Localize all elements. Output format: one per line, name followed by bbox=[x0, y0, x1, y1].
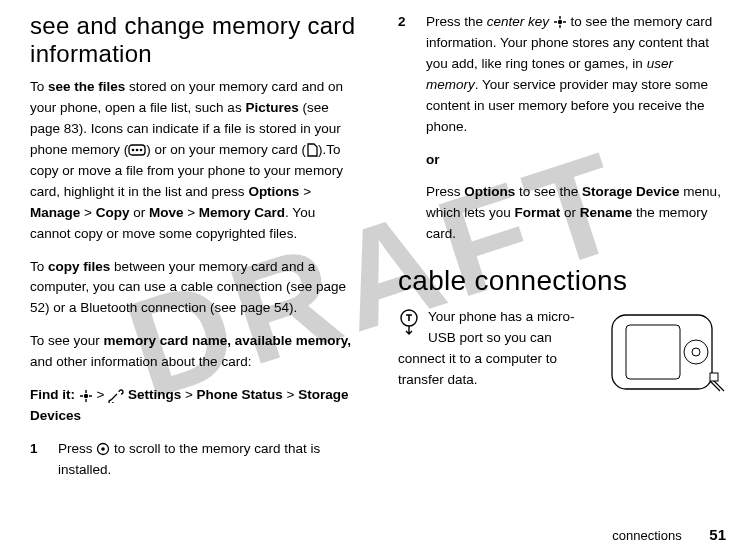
text: To bbox=[30, 79, 48, 94]
svg-point-2 bbox=[136, 149, 139, 152]
right-column: 2 Press the center key to see the memory… bbox=[398, 12, 726, 510]
svg-rect-12 bbox=[710, 373, 718, 381]
text: to see the bbox=[515, 184, 582, 199]
text: Press the bbox=[426, 14, 487, 29]
text: > bbox=[80, 205, 95, 220]
memory-card-icon bbox=[306, 143, 318, 157]
bold-or: or bbox=[426, 152, 440, 167]
left-column: see and change memory card information T… bbox=[30, 12, 358, 510]
text: ) or on your memory card ( bbox=[146, 142, 306, 157]
svg-point-3 bbox=[140, 149, 143, 152]
footer-section: connections bbox=[612, 528, 681, 543]
menu-move: Move bbox=[149, 205, 184, 220]
phone-illustration bbox=[606, 309, 726, 408]
text: and other information about the card: bbox=[30, 354, 251, 369]
menu-options: Options bbox=[248, 184, 299, 199]
menu-manage: Manage bbox=[30, 205, 80, 220]
bold-copy-files: copy files bbox=[48, 259, 110, 274]
svg-point-6 bbox=[101, 448, 105, 452]
text: > bbox=[283, 387, 298, 402]
menu-pictures: Pictures bbox=[245, 100, 298, 115]
text: > bbox=[299, 184, 311, 199]
tools-icon bbox=[108, 389, 124, 403]
step-2: 2 Press the center key to see the memory… bbox=[398, 12, 726, 257]
text: To see your bbox=[30, 333, 104, 348]
step-number: 1 bbox=[30, 439, 44, 481]
para-or-options: Press Options to see the Storage Device … bbox=[426, 182, 726, 245]
center-key-icon bbox=[553, 15, 567, 29]
text: Press bbox=[426, 184, 464, 199]
heading-memory-card: see and change memory card information bbox=[30, 12, 358, 67]
text: > bbox=[181, 387, 196, 402]
menu-copy: Copy bbox=[96, 205, 130, 220]
svg-point-1 bbox=[132, 149, 135, 152]
svg-point-7 bbox=[558, 20, 562, 24]
svg-point-4 bbox=[84, 393, 88, 397]
bold-see-the-files: see the files bbox=[48, 79, 125, 94]
text: Press bbox=[58, 441, 96, 456]
cable-block: Your phone has a micro-USB port so you c… bbox=[398, 307, 726, 412]
para-see-info: To see your memory card name, available … bbox=[30, 331, 358, 373]
step-body: Press the center key to see the memory c… bbox=[426, 12, 726, 257]
para-see-files: To see the files stored on your memory c… bbox=[30, 77, 358, 244]
text: or bbox=[129, 205, 149, 220]
nav-key-icon bbox=[96, 442, 110, 456]
menu-options: Options bbox=[464, 184, 515, 199]
cable-para-text: Your phone has a micro-USB port so you c… bbox=[398, 309, 575, 387]
menu-phone-status: Phone Status bbox=[197, 387, 283, 402]
step-body: Press to scroll to the memory card that … bbox=[58, 439, 358, 481]
italic-center-key: center key bbox=[487, 14, 553, 29]
phone-memory-icon bbox=[128, 144, 146, 156]
page-footer: connections 51 bbox=[612, 526, 726, 543]
footer-page-number: 51 bbox=[709, 526, 726, 543]
text: or bbox=[560, 205, 580, 220]
menu-memory-card: Memory Card bbox=[199, 205, 285, 220]
text: > bbox=[93, 387, 108, 402]
para-copy-files: To copy files between your memory card a… bbox=[30, 257, 358, 320]
text: To bbox=[30, 259, 48, 274]
text: > bbox=[183, 205, 198, 220]
menu-settings: Settings bbox=[128, 387, 181, 402]
menu-storage-device: Storage Device bbox=[582, 184, 680, 199]
step-number: 2 bbox=[398, 12, 412, 257]
find-it-label: Find it: bbox=[30, 387, 79, 402]
find-it-line: Find it: > Settings > Phone Status > Sto… bbox=[30, 385, 358, 427]
heading-cable-connections: cable connections bbox=[398, 265, 726, 297]
bold-card-name: memory card name, available memory, bbox=[104, 333, 351, 348]
page-columns: see and change memory card information T… bbox=[0, 0, 756, 510]
usb-feature-icon bbox=[398, 309, 420, 344]
menu-format: Format bbox=[515, 205, 561, 220]
center-key-icon bbox=[79, 389, 93, 403]
svg-rect-9 bbox=[626, 325, 680, 379]
menu-rename: Rename bbox=[580, 205, 633, 220]
step-1: 1 Press to scroll to the memory card tha… bbox=[30, 439, 358, 481]
